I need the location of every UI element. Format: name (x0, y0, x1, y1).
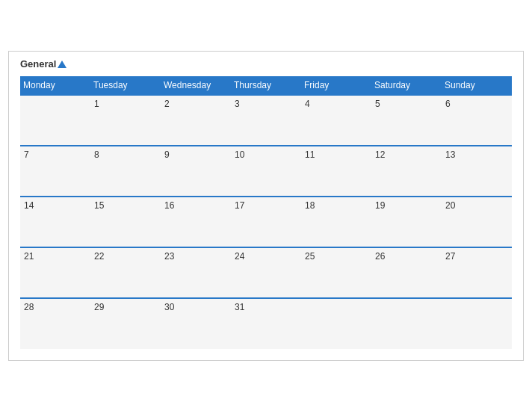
calendar-cell: 27 (442, 247, 512, 298)
day-number: 13 (445, 149, 455, 160)
day-number: 17 (235, 200, 244, 211)
day-number: 7 (24, 149, 29, 160)
calendar-cell (442, 298, 512, 349)
week-row-2: 14151617181920 (20, 197, 512, 247)
calendar-cell (371, 298, 442, 349)
day-number: 27 (445, 251, 455, 262)
calendar-cell: 23 (161, 247, 231, 298)
day-header-thursday: Thursday (231, 76, 301, 95)
day-number: 8 (94, 149, 99, 160)
day-number: 24 (235, 251, 244, 262)
day-number: 18 (305, 200, 315, 211)
calendar-cell: 6 (442, 95, 512, 146)
calendar-cell: 11 (301, 146, 371, 197)
calendar-header: General (20, 59, 512, 69)
day-header-saturday: Saturday (371, 76, 442, 95)
calendar-cell: 13 (442, 146, 512, 197)
day-header-tuesday: Tuesday (90, 76, 161, 95)
day-number: 2 (164, 99, 170, 109)
week-row-4: 28293031 (20, 298, 512, 349)
day-number: 26 (375, 251, 385, 262)
day-number: 4 (305, 99, 310, 109)
calendar-cell: 21 (20, 247, 90, 298)
calendar-cell: 16 (161, 197, 231, 247)
day-number: 23 (164, 251, 174, 262)
calendar-cell: 20 (442, 197, 512, 247)
day-number: 5 (375, 99, 380, 109)
calendar-cell: 14 (20, 197, 90, 247)
calendar-cell: 29 (90, 298, 161, 349)
day-number: 20 (445, 200, 455, 211)
day-number: 12 (375, 149, 385, 160)
day-number: 22 (94, 251, 104, 262)
calendar-cell: 26 (371, 247, 442, 298)
calendar-cell: 9 (161, 146, 231, 197)
day-number: 19 (375, 200, 385, 211)
day-number: 16 (164, 200, 174, 211)
calendar-cell: 19 (371, 197, 442, 247)
day-number: 28 (24, 302, 34, 312)
day-header-monday: Monday (20, 76, 90, 95)
calendar-cell: 8 (90, 146, 161, 197)
day-header-friday: Friday (301, 76, 371, 95)
days-header-row: MondayTuesdayWednesdayThursdayFridaySatu… (20, 76, 512, 95)
calendar-cell: 17 (231, 197, 301, 247)
week-row-1: 78910111213 (20, 146, 512, 197)
calendar-cell: 18 (301, 197, 371, 247)
day-number: 31 (235, 302, 244, 312)
day-header-sunday: Sunday (442, 76, 512, 95)
calendar-cell: 3 (231, 95, 301, 146)
logo: General (20, 59, 66, 69)
calendar-cell: 10 (231, 146, 301, 197)
calendar-cell: 7 (20, 146, 90, 197)
calendar-cell: 2 (161, 95, 231, 146)
day-header-wednesday: Wednesday (161, 76, 231, 95)
week-row-3: 21222324252627 (20, 247, 512, 298)
calendar-cell: 25 (301, 247, 371, 298)
day-number: 10 (235, 149, 244, 160)
calendar-cell: 5 (371, 95, 442, 146)
logo-general-text: General (20, 59, 66, 69)
day-number: 15 (94, 200, 104, 211)
calendar-cell: 15 (90, 197, 161, 247)
calendar-cell: 1 (90, 95, 161, 146)
calendar-cell: 12 (371, 146, 442, 197)
calendar-cell: 4 (301, 95, 371, 146)
calendar-cell: 31 (231, 298, 301, 349)
calendar-table: MondayTuesdayWednesdayThursdayFridaySatu… (20, 76, 512, 349)
calendar-cell: 30 (161, 298, 231, 349)
week-row-0: 123456 (20, 95, 512, 146)
day-number: 25 (305, 251, 315, 262)
calendar-container: General MondayTuesdayWednesdayThursdayFr… (8, 51, 524, 361)
day-number: 11 (305, 149, 315, 160)
calendar-cell: 22 (90, 247, 161, 298)
calendar-cell: 24 (231, 247, 301, 298)
calendar-cell (20, 95, 90, 146)
logo-triangle-icon (58, 61, 66, 68)
day-number: 29 (94, 302, 104, 312)
calendar-tbody: 1234567891011121314151617181920212223242… (20, 95, 512, 349)
day-number: 9 (164, 149, 170, 160)
day-number: 1 (94, 99, 99, 109)
calendar-thead: MondayTuesdayWednesdayThursdayFridaySatu… (20, 76, 512, 95)
day-number: 3 (235, 99, 240, 109)
day-number: 14 (24, 200, 34, 211)
day-number: 21 (24, 251, 34, 262)
day-number: 30 (164, 302, 174, 312)
calendar-cell: 28 (20, 298, 90, 349)
day-number: 6 (445, 99, 451, 109)
calendar-cell (301, 298, 371, 349)
